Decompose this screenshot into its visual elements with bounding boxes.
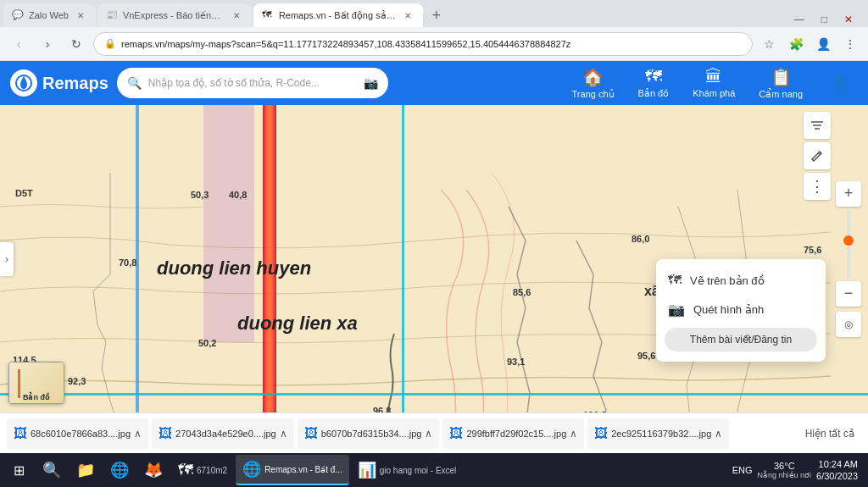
map-label: 50,2: [198, 338, 216, 348]
menu-icon[interactable]: ⋮: [839, 33, 861, 55]
download-name-4: 2ec925116379b32....jpg: [611, 429, 711, 439]
nav-camnang-label: Cẩm nang: [759, 89, 803, 100]
vnexpress-favicon: 📰: [106, 9, 118, 21]
road-cyan-vertical: [402, 105, 404, 412]
profile-icon[interactable]: 👤: [812, 33, 834, 55]
tab-zalo[interactable]: 💬 Zalo Web ✕: [3, 3, 96, 27]
remaps-favicon: 🗺: [262, 9, 274, 21]
zoom-out-button[interactable]: −: [836, 281, 861, 307]
download-item-3[interactable]: 🖼 299fbff7d29f02c15....jpg ∧: [442, 418, 584, 449]
map-label: 101,2: [583, 410, 607, 412]
taskbar-date: 6/30/2023: [816, 470, 858, 482]
compass-button[interactable]: ◎: [836, 312, 861, 337]
close-button[interactable]: ✕: [839, 12, 858, 27]
tab-vnexpress-close[interactable]: ✕: [230, 8, 243, 22]
search-box[interactable]: 🔍 Nhập tọa độ, số tờ số thửa, R-Code... …: [117, 68, 388, 98]
map-label: 75,6: [804, 245, 821, 255]
download-icon-3: 🖼: [449, 426, 463, 441]
map-label: 50,3: [191, 190, 209, 200]
maximize-button[interactable]: □: [816, 12, 832, 27]
sidebar-expand-button[interactable]: ›: [0, 242, 14, 276]
show-all-downloads[interactable]: Hiện tất cả: [798, 424, 861, 443]
zoom-slider[interactable]: [847, 210, 850, 278]
nav-camnang[interactable]: 📋 Cẩm nang: [747, 64, 815, 103]
taskbar-edge[interactable]: 🌐: [103, 455, 136, 485]
taskbar-remaps[interactable]: 🌐 Remaps.vn - Bất đ...: [236, 455, 349, 485]
logo-icon: [10, 69, 37, 97]
nav-bandoo-label: Bản đồ: [638, 88, 670, 99]
nav-trangchu[interactable]: 🏠 Trang chủ: [560, 64, 626, 103]
map-container[interactable]: duong lien huyenduong lien xavi tri lo d…: [0, 105, 868, 412]
download-item-4[interactable]: 🖼 2ec925116379b32....jpg ∧: [587, 418, 729, 449]
start-button[interactable]: ⊞: [3, 455, 34, 485]
taskbar-files-icon: 📁: [76, 461, 95, 479]
zoom-thumb: [843, 235, 854, 246]
address-input[interactable]: 🔒 remaps.vn/maps/my-maps?scan=5&q=11.177…: [93, 32, 753, 56]
explore-icon: 🏛: [705, 67, 722, 86]
context-add-post-button[interactable]: Thêm bài viết/Đăng tin: [665, 328, 817, 351]
mini-map-card[interactable]: Bản đồ: [8, 362, 64, 404]
camera-icon[interactable]: 📷: [364, 76, 378, 90]
minimize-button[interactable]: —: [789, 12, 810, 27]
download-expand-1[interactable]: ∧: [280, 428, 287, 440]
zoom-in-button[interactable]: +: [836, 181, 861, 207]
download-expand-4[interactable]: ∧: [715, 428, 722, 440]
map-label: 93,1: [507, 357, 525, 367]
tab-remaps[interactable]: 🗺 Remaps.vn - Bất động sản thật ✕: [253, 3, 423, 27]
remaps-app: Remaps 🔍 Nhập tọa độ, số tờ số thửa, R-C…: [0, 61, 868, 412]
forward-button[interactable]: ›: [36, 32, 59, 56]
download-expand-2[interactable]: ∧: [425, 428, 432, 440]
tab-remaps-close[interactable]: ✕: [401, 8, 415, 22]
map-label: 70,8: [119, 257, 136, 268]
taskbar-search[interactable]: 🔍: [36, 455, 68, 485]
taskbar-time: 10:24 AM: [816, 458, 858, 470]
map-background: duong lien huyenduong lien xavi tri lo d…: [0, 105, 868, 412]
download-name-2: b6070b7d6315b34....jpg: [321, 429, 422, 439]
back-button[interactable]: ‹: [7, 32, 31, 56]
edit-button[interactable]: [804, 142, 831, 169]
tab-vnexpress[interactable]: 📰 VnExpress - Báo tiếng Việt nhiều... ✕: [97, 3, 252, 27]
lock-icon: 🔒: [104, 38, 116, 49]
taskbar-files[interactable]: 📁: [70, 455, 102, 485]
download-item-0[interactable]: 🖼 68c6010e7866a83....jpg ∧: [7, 418, 148, 449]
refresh-button[interactable]: ↻: [64, 32, 88, 56]
download-icon-0: 🖼: [14, 426, 27, 441]
taskbar-lang[interactable]: ENG: [732, 465, 753, 475]
download-item-2[interactable]: 🖼 b6070b7d6315b34....jpg ∧: [298, 418, 440, 449]
more-button[interactable]: ⋮: [804, 173, 831, 200]
download-item-1[interactable]: 🖼 27043d3a4e529e0....jpg ∧: [152, 418, 294, 449]
taskbar-map-label: 6710m2: [197, 466, 227, 475]
tab-bar: 💬 Zalo Web ✕ 📰 VnExpress - Báo tiếng Việ…: [0, 0, 868, 27]
context-scan-image[interactable]: 📷 Quét hình ảnh: [656, 295, 826, 324]
taskbar-remaps-icon: 🌐: [242, 460, 261, 479]
tab-vnexpress-label: VnExpress - Báo tiếng Việt nhiều...: [123, 10, 225, 21]
tab-zalo-close[interactable]: ✕: [74, 8, 87, 22]
taskbar-excel[interactable]: 📊 gio hang moi - Excel: [351, 455, 464, 485]
filter-button[interactable]: [804, 112, 831, 139]
nav-khampha[interactable]: 🏛 Khám phá: [681, 64, 747, 103]
download-expand-0[interactable]: ∧: [134, 428, 142, 440]
zalo-favicon: 💬: [12, 9, 24, 21]
context-menu: 🗺 Vẽ trên bản đồ 📷 Quét hình ảnh Thêm bà…: [656, 259, 826, 362]
map-icon: 🗺: [645, 67, 662, 86]
download-icon-4: 🖼: [594, 426, 608, 441]
user-avatar[interactable]: 👤: [823, 73, 858, 93]
home-icon: 🏠: [582, 67, 604, 87]
nav-bandoo[interactable]: 🗺 Bản đồ: [626, 64, 682, 103]
map-label: 85,6: [513, 287, 531, 297]
new-tab-button[interactable]: +: [425, 3, 448, 27]
address-bar-row: ‹ › ↻ 🔒 remaps.vn/maps/my-maps?scan=5&q=…: [0, 27, 868, 61]
download-icon-2: 🖼: [304, 426, 318, 441]
taskbar-map-app[interactable]: 🗺 6710m2: [171, 455, 234, 485]
taskbar-weather: Nắng nhiều nơi: [758, 471, 812, 479]
context-draw-map[interactable]: 🗺 Vẽ trên bản đồ: [656, 266, 826, 295]
draw-map-icon: 🗺: [668, 273, 682, 288]
downloads-bar: 🖼 68c6010e7866a83....jpg ∧ 🖼 27043d3a4e5…: [0, 412, 868, 453]
download-expand-3[interactable]: ∧: [570, 428, 577, 440]
taskbar-firefox[interactable]: 🦊: [137, 455, 170, 485]
zoom-controls: + − ◎: [836, 181, 861, 337]
bookmark-icon[interactable]: ☆: [758, 33, 780, 55]
taskbar-edge-icon: 🌐: [110, 461, 129, 479]
extensions-icon[interactable]: 🧩: [785, 33, 807, 55]
map-label: duong lien xa: [237, 313, 358, 335]
